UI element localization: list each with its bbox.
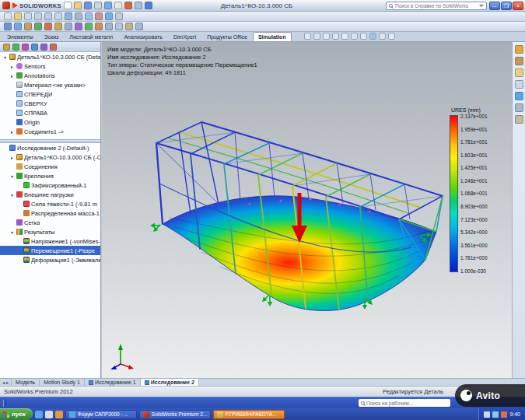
study-tree-item[interactable]: Перемещение1 (-Разре [0, 246, 100, 255]
search-input[interactable] [395, 3, 477, 9]
new-document-icon[interactable] [64, 2, 72, 9]
document-recovery-icon[interactable] [515, 115, 523, 124]
bottom-tab[interactable]: Исследование 1 [85, 379, 141, 386]
desktop-search-box[interactable]: Поиск на рабочем... [359, 399, 450, 407]
taskbar-button[interactable]: Форум САПР2000 - ... [65, 410, 137, 419]
external-loads-icon[interactable] [44, 23, 52, 30]
antivirus-icon[interactable] [501, 411, 507, 418]
compare-results-icon[interactable] [105, 23, 113, 30]
feature-tree-item[interactable]: СВЕРХУ [0, 99, 100, 108]
file-explorer-icon[interactable] [515, 68, 523, 77]
zoom-fit-icon[interactable] [304, 33, 311, 40]
expander-icon[interactable]: ▸ [9, 129, 15, 135]
study-tree-item[interactable]: ▾ Крепления [0, 171, 100, 180]
solidworks-resources-icon[interactable] [515, 45, 523, 54]
standard-views-icon[interactable] [65, 12, 72, 20]
study-tree-item[interactable]: Исследование 2 (-Default-) [0, 143, 100, 152]
command-tab[interactable]: Элементы [2, 32, 39, 41]
apply-scene-icon[interactable] [379, 33, 386, 40]
study-tree-item[interactable]: Напряжение1 (-vonMises- [0, 236, 100, 246]
custom-properties-icon[interactable] [515, 103, 523, 112]
scene-icon[interactable] [115, 12, 123, 20]
network-icon[interactable] [492, 411, 499, 418]
study-tree-item[interactable]: ▾ Внешние нагрузки [0, 190, 100, 199]
search-panel-icon[interactable] [515, 80, 523, 89]
study-tree-item[interactable]: Соединения [0, 162, 100, 171]
rebuild-icon[interactable] [124, 2, 132, 9]
bottom-tab[interactable]: Motion Study 1 [40, 379, 85, 386]
run-study-icon[interactable] [85, 23, 93, 30]
feature-tree-item[interactable]: ▸ Sensors [0, 61, 100, 71]
appearance-icon[interactable] [105, 12, 113, 20]
feature-tree-item[interactable]: ▸ Annotations [0, 71, 100, 80]
sketch-icon[interactable] [4, 12, 12, 20]
show-desktop-icon[interactable] [45, 411, 53, 418]
options-icon[interactable] [135, 2, 142, 9]
undo-icon[interactable] [104, 2, 112, 9]
edit-appearance-icon[interactable] [369, 33, 376, 40]
zoom-area-icon[interactable] [34, 12, 42, 20]
search-dropdown-icon[interactable] [479, 5, 484, 7]
section-view-icon[interactable] [332, 33, 339, 40]
help-search-box[interactable] [386, 2, 487, 10]
rotate-view-icon[interactable] [44, 12, 52, 20]
section-view-icon[interactable] [95, 12, 103, 20]
taskbar-button[interactable]: SolidWorks Premium 2... [139, 410, 211, 419]
save-icon[interactable] [84, 2, 92, 9]
dimxpertmanager-tab-icon[interactable] [31, 44, 38, 51]
close-button[interactable]: × [513, 2, 523, 10]
taskbar-grip[interactable] [3, 400, 5, 407]
command-tab[interactable]: Продукты Office [201, 32, 253, 41]
help-icon[interactable] [145, 2, 152, 9]
propertymanager-tab-icon[interactable] [12, 44, 19, 51]
feature-tree-item[interactable]: СПРАВА [0, 108, 100, 117]
internet-explorer-icon[interactable] [35, 411, 43, 418]
zoom-fit-icon[interactable] [24, 12, 32, 20]
expander-icon[interactable]: ▸ [9, 155, 15, 160]
command-tab[interactable]: Листовой металл [64, 32, 118, 41]
hide-show-items-icon[interactable] [360, 33, 367, 40]
command-tab[interactable]: Анализировать [118, 32, 168, 41]
simulation-tab-icon[interactable] [50, 44, 57, 51]
solidworks-logo[interactable]: SOLIDWORKS [12, 2, 61, 9]
study-tree-item[interactable]: Распределенная масса-1 [0, 208, 100, 218]
display-style-icon[interactable] [351, 33, 358, 40]
design-library-icon[interactable] [515, 57, 523, 65]
start-button[interactable]: пуск [0, 408, 33, 420]
feature-tree-item[interactable]: Материал <не указан> [0, 80, 100, 89]
wireframe-icon[interactable] [75, 12, 82, 20]
feature-tree-item[interactable]: Origin [0, 117, 100, 127]
bottom-tab[interactable]: Модель [12, 379, 40, 386]
results-advisor-icon[interactable] [95, 23, 103, 30]
feature-tree-item[interactable]: ▾ Деталь1^КО-10.3.000 СБ (Defa [0, 52, 100, 61]
apply-material-icon[interactable] [24, 23, 32, 30]
open-icon[interactable] [74, 2, 82, 9]
zoom-area-icon[interactable] [313, 33, 320, 40]
study-tree-item[interactable]: Сила тяжести-1 (-9.81 m [0, 199, 100, 208]
expander-icon[interactable]: ▸ [9, 73, 15, 79]
expander-icon[interactable]: ▾ [2, 54, 8, 60]
command-tab[interactable]: DimXpert [168, 32, 201, 41]
connections-icon[interactable] [54, 23, 62, 30]
expander-icon[interactable]: ▾ [9, 173, 15, 179]
expander-icon[interactable]: ▾ [9, 229, 15, 235]
media-player-icon[interactable] [55, 411, 63, 418]
taskbar-button[interactable]: Р.ГРИШИН\РАБОТА... [213, 410, 285, 419]
maximize-button[interactable]: ❐ [501, 2, 512, 10]
bottom-tab[interactable]: Исследование 2 [141, 379, 199, 386]
tab-scroll-left-icon[interactable]: ◂ [2, 380, 5, 385]
displaymanager-tab-icon[interactable] [40, 44, 47, 51]
expander-icon[interactable]: ▸ [9, 64, 15, 69]
study-tree-item[interactable]: ▾ Результаты [0, 227, 100, 236]
configurationmanager-tab-icon[interactable] [22, 44, 29, 51]
previous-view-icon[interactable] [323, 33, 330, 40]
feature-tree-item[interactable]: СПЕРЕДИ [0, 89, 100, 99]
shaded-icon[interactable] [85, 12, 93, 20]
smart-dimension-icon[interactable] [14, 12, 22, 20]
view-orientation-icon[interactable] [341, 33, 348, 40]
featuremanager-tab-icon[interactable] [3, 44, 10, 51]
mesh-icon[interactable] [75, 23, 82, 30]
study-tree-item[interactable]: Деформация1 (-Эквивале [0, 255, 100, 264]
view-settings-icon[interactable] [388, 33, 395, 40]
pan-icon[interactable] [54, 12, 62, 20]
